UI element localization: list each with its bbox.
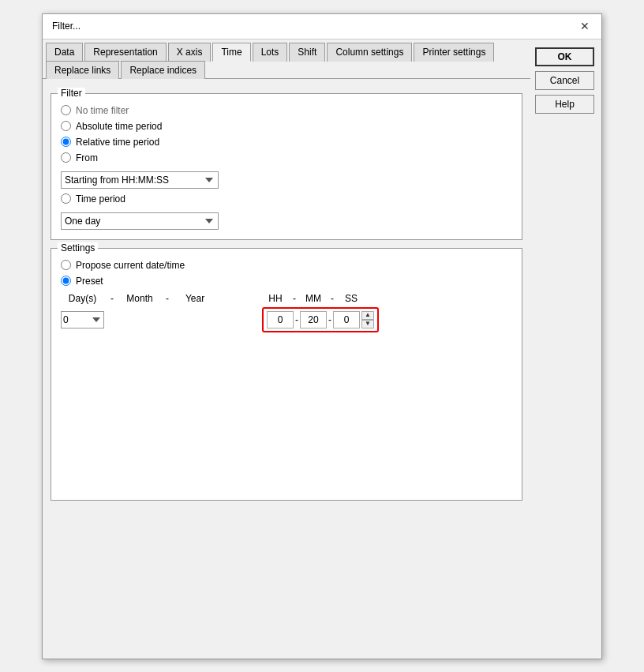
dialog-body: Data Representation X axis Time Lots Shi… [43,39,601,659]
time-cluster: - - ▲ ▼ [262,307,379,332]
title-bar: Filter... ✕ [43,14,601,39]
one-day-dropdown[interactable]: One day [61,212,219,230]
sidebar-buttons: OK Cancel Help [530,39,601,659]
dash4-header: - [327,293,338,304]
absolute-time-period-label: Absolute time period [76,121,162,132]
tab-shift[interactable]: Shift [289,43,325,62]
tab-representation[interactable]: Representation [84,43,166,62]
settings-group-label: Settings [58,242,98,253]
no-time-filter-item: No time filter [61,105,512,116]
time-spinner: ▲ ▼ [361,311,374,328]
from-radio[interactable] [61,152,71,163]
filter-radio-group: No time filter Absolute time period Rela… [61,105,512,230]
main-area: Data Representation X axis Time Lots Shi… [43,39,530,659]
filter-group-label: Filter [58,88,85,99]
tab-replace-links[interactable]: Replace links [46,61,119,79]
tab-lots[interactable]: Lots [253,43,288,62]
preset-item: Preset [61,276,512,287]
dash1-header: - [104,293,120,304]
tab-xaxis[interactable]: X axis [168,43,212,62]
month-header: Month [120,293,159,304]
time-period-label: Time period [76,193,125,205]
ss-input[interactable] [333,311,360,328]
tab-bar: Data Representation X axis Time Lots Shi… [43,39,530,79]
preset-radio[interactable] [61,276,71,286]
help-button[interactable]: Help [535,95,594,114]
tab-column-settings[interactable]: Column settings [327,43,412,62]
ss-header: SS [338,293,365,304]
time-dash-1: - [294,314,300,325]
preset-inputs: 0 - - [61,307,512,332]
cancel-button[interactable]: Cancel [535,71,594,90]
year-header: Year [175,293,215,304]
spin-down-button[interactable]: ▼ [361,320,374,328]
hh-input[interactable] [267,311,294,328]
preset-headers: Day(s) - Month - Year HH - MM - SS [61,293,512,304]
settings-radio-row: Propose current date/time Preset [61,260,512,287]
from-label: From [76,152,98,163]
propose-radio[interactable] [61,260,71,270]
absolute-time-period-radio[interactable] [61,121,71,131]
no-time-filter-radio[interactable] [61,105,71,115]
starting-dropdown[interactable]: Starting from HH:MM:SS [61,171,219,189]
time-period-item: Time period [61,193,512,205]
mm-header: MM [300,293,327,304]
bottom-spacer [51,509,522,651]
dialog-title: Filter... [52,21,80,32]
relative-time-period-radio[interactable] [61,137,71,147]
settings-group: Settings Propose current date/time Prese… [51,248,522,501]
content-area: Filter No time filter Absolute time peri… [43,79,530,659]
relative-time-period-item: Relative time period [61,137,512,148]
days-select[interactable]: 0 [61,311,104,328]
starting-dropdown-row: Starting from HH:MM:SS [61,171,512,189]
spin-up-button[interactable]: ▲ [361,311,374,320]
relative-time-period-label: Relative time period [76,137,159,148]
mm-input[interactable] [300,311,327,328]
tab-printer-settings[interactable]: Printer settings [414,43,494,62]
tab-data[interactable]: Data [46,43,83,62]
ok-button[interactable]: OK [535,47,594,66]
filter-group: Filter No time filter Absolute time peri… [51,93,522,240]
preset-label: Preset [76,276,103,287]
dash3-header: - [289,293,300,304]
time-period-radio[interactable] [61,193,71,204]
time-dash-2: - [327,314,333,325]
one-day-dropdown-row: One day [61,212,512,230]
propose-label: Propose current date/time [76,260,185,271]
tab-time[interactable]: Time [212,43,250,62]
days-header: Day(s) [61,293,104,304]
absolute-time-period-item: Absolute time period [61,121,512,132]
from-item: From [61,152,512,163]
propose-item: Propose current date/time [61,260,512,271]
close-button[interactable]: ✕ [578,19,592,33]
dash2-header: - [159,293,175,304]
hh-header: HH [262,293,289,304]
tab-replace-indices[interactable]: Replace indices [121,61,205,79]
no-time-filter-label: No time filter [76,105,129,116]
filter-dialog: Filter... ✕ Data Representation X axis T… [42,13,602,659]
